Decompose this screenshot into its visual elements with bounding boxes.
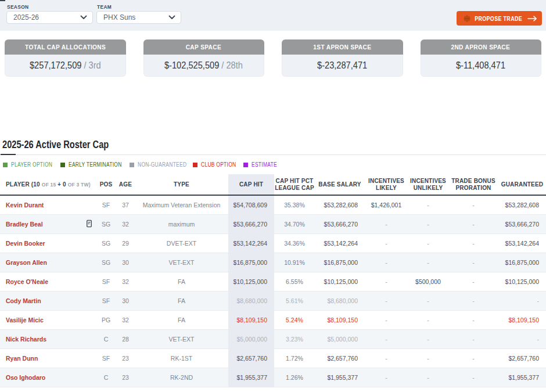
incentives-likely-value: - [365,253,408,272]
cap-hit-pct-value: 5.61% [274,291,315,310]
guaranteed-value: $8,109,150 [498,310,546,329]
heading-underline [1,154,16,155]
player-pos: C [96,368,116,387]
incentives-likely-value: - [365,214,408,233]
col-header-cap-hit[interactable]: CAP HIT [228,174,274,195]
guaranteed-value: $2,657,760 [498,348,546,368]
contract-note-icon[interactable] [87,220,92,228]
top-edge-mark [0,0,5,1]
guaranteed-value: $53,666,270 [498,214,546,233]
incentives-likely-value: $1,426,001 [365,195,408,214]
summary-card-title: CAP SPACE [143,39,265,55]
trade-bonus-value: - [448,233,498,253]
contract-type: VET-EXT [135,329,228,348]
season-select[interactable]: 2025-26 [6,11,93,24]
contract-type: RK-1ST [135,348,228,368]
cap-hit-pct-value: 5.24% [274,310,315,329]
propose-trade-label: PROPOSE TRADE [475,15,522,22]
guaranteed-value: $16,875,000 [498,253,546,272]
player-name[interactable]: Nick Richards [0,329,96,348]
col-header-trade-bonus[interactable]: TRADE BONUSPRORATION [448,174,498,195]
incentives-unlikely-value: - [408,233,448,253]
player-pos: SF [96,348,116,368]
roster-row: Bradley Beal SG 32 maximum $53,666,270 3… [0,214,546,233]
guaranteed-value: $1,955,377 [498,368,546,387]
summary-card: 1ST APRON SPACE $-23,287,471 [282,39,403,77]
cap-hit-pct-value: 34.36% [274,233,315,253]
player-name[interactable]: Oso Ighodaro [0,368,96,387]
summary-card: 2ND APRON SPACE $-11,408,471 [421,39,542,77]
base-salary-value: $53,666,270 [315,214,365,233]
cap-hit-pct-value: 34.70% [274,214,315,233]
team-select[interactable]: PHX Suns [96,11,181,24]
player-name[interactable]: Cody Martin [0,291,96,310]
incentives-unlikely-value: - [408,310,448,329]
incentives-unlikely-value: - [408,195,448,214]
col-header-player[interactable]: PLAYER (10 OF 15 + 0 OF 3 TW) [0,174,96,195]
incentives-unlikely-value: - [408,291,448,310]
player-name[interactable]: Kevin Durant [0,195,96,214]
incentives-unlikely-value: $500,000 [408,272,448,291]
col-header-age[interactable]: AGE [116,174,135,195]
col-header-pos[interactable]: POS [96,174,116,195]
cap-hit-value: $16,875,000 [228,253,274,272]
legend-item: NON-GUARANTEED [130,161,195,168]
player-pos: SG [96,214,116,233]
legend-color-square [3,163,8,167]
propose-trade-button[interactable]: PROPOSE TRADE [457,11,542,26]
col-header-incentives-likely[interactable]: INCENTIVESLIKELY [365,174,408,195]
roster-row: Cody Martin SF 30 FA $8,680,000 5.61% $8… [0,291,546,310]
trade-bonus-value: - [448,348,498,368]
trade-bonus-value: - [448,253,498,272]
cap-hit-value: $5,000,000 [228,329,274,348]
player-age: 23 [116,348,135,368]
base-salary-value: $2,657,760 [315,348,365,368]
legend-item: PLAYER OPTION [3,161,60,168]
basketball-icon [464,15,470,22]
player-name[interactable]: Grayson Allen [0,253,96,272]
player-name[interactable]: Royce O'Neale [0,272,96,291]
roster-row: Vasilije Micic PG 32 FA $8,109,150 5.24%… [0,310,546,329]
heading-divider [0,154,546,155]
col-header-guaranteed[interactable]: GUARANTEED [498,174,546,195]
trade-bonus-value: - [448,329,498,348]
roster-row: Grayson Allen SG 30 VET-EXT $16,875,000 … [0,253,546,272]
col-header-type[interactable]: TYPE [135,174,228,195]
player-name[interactable]: Bradley Beal [0,214,96,233]
trade-bonus-value: - [448,195,498,214]
col-header-base-salary[interactable]: BASE SALARY [315,174,365,195]
player-age: 30 [116,253,135,272]
incentives-unlikely-value: - [408,368,448,387]
cap-hit-pct-value: 3.23% [274,329,315,348]
contract-type: maximum [135,214,228,233]
legend-item: ESTIMATE [243,161,282,168]
incentives-likely-value: - [365,291,408,310]
player-age: 32 [116,214,135,233]
base-salary-value: $10,125,000 [315,272,365,291]
player-age: 37 [116,195,135,214]
col-header-incentives-unlikely[interactable]: INCENTIVESUNLIKELY [408,174,448,195]
col-header-cap-hit-pct[interactable]: CAP HIT PCTLEAGUE CAP [274,174,315,195]
cap-hit-value: $53,142,264 [228,233,274,253]
trade-bonus-value: - [448,272,498,291]
base-salary-value: $53,142,264 [315,233,365,253]
summary-card-title: 2ND APRON SPACE [421,39,542,55]
cap-hit-value: $8,109,150 [228,310,274,329]
incentives-unlikely-value: - [408,214,448,233]
player-pos: SF [96,291,116,310]
player-pos: SF [96,195,116,214]
player-age: 32 [116,310,135,329]
summary-card: CAP SPACE $-102,525,509 / 28th [143,39,265,77]
legend-color-square [193,163,197,167]
roster-row: Ryan Dunn SF 23 RK-1ST $2,657,760 1.72% … [0,348,546,368]
trade-bonus-value: - [448,291,498,310]
incentives-likely-value: - [365,329,408,348]
summary-card-value: $-102,525,509 / 28th [143,55,265,77]
player-age: 32 [116,272,135,291]
summary-cards: TOTAL CAP ALLOCATIONS $257,172,509 / 3rd… [5,39,541,77]
player-name[interactable]: Ryan Dunn [0,348,96,368]
legend-item: EARLY TERMINATION [60,161,131,168]
player-name[interactable]: Devin Booker [0,233,96,253]
player-name[interactable]: Vasilije Micic [0,310,96,329]
player-pos: SF [96,272,116,291]
